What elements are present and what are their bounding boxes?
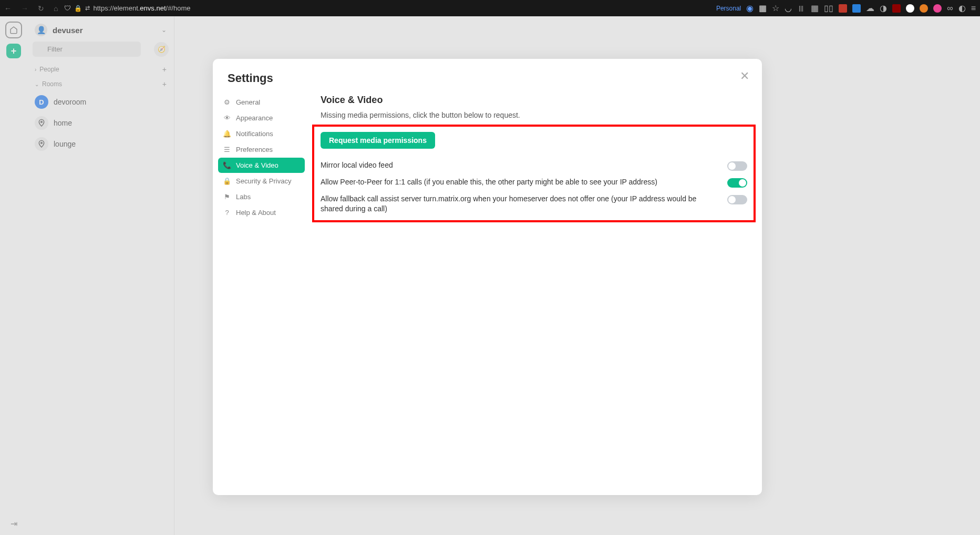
reload-icon[interactable]: ↻ (38, 4, 44, 13)
toggle-row: Allow Peer-to-Peer for 1:1 calls (if you… (321, 174, 747, 191)
ext-icon-3[interactable]: ☁ (866, 3, 874, 13)
toggle-label: Allow fallback call assist server turn.m… (321, 194, 717, 214)
nav-security[interactable]: 🔒 Security & Privacy (218, 173, 305, 189)
sliders-icon: ☰ (223, 146, 231, 153)
lock-icon: 🔒 (223, 177, 231, 185)
ext-icon-5[interactable]: ∞ (947, 4, 953, 13)
ext-icon-s[interactable] (852, 4, 861, 13)
nav-label: Appearance (236, 114, 273, 122)
nav-labs[interactable]: ⚑ Labs (218, 189, 305, 204)
container-label[interactable]: Personal (716, 5, 741, 12)
toggle-label: Mirror local video feed (321, 160, 717, 170)
nav-preferences[interactable]: ☰ Preferences (218, 142, 305, 157)
nav-label: Security & Privacy (236, 177, 291, 185)
mirror-video-toggle[interactable] (727, 161, 747, 171)
flag-icon: ⚑ (223, 193, 231, 201)
bell-icon: 🔔 (223, 130, 231, 138)
grid-icon[interactable]: ▦ (759, 3, 767, 13)
library-icon[interactable]: ⫼ (797, 4, 806, 13)
nav-appearance[interactable]: 👁 Appearance (218, 110, 305, 126)
p2p-toggle[interactable] (727, 178, 747, 188)
nav-label: Notifications (236, 130, 273, 138)
permission-icon[interactable]: ⇄ (85, 5, 90, 12)
ext-icon-uo[interactable] (892, 4, 901, 13)
settings-body: Voice & Video Missing media permissions,… (305, 89, 762, 495)
toggle-label: Allow Peer-to-Peer for 1:1 calls (if you… (321, 177, 717, 187)
phone-icon: 📞 (223, 161, 231, 169)
nav-help[interactable]: ? Help & About (218, 205, 305, 220)
ext-icon-pink[interactable] (933, 4, 942, 13)
ext-icon-orange[interactable] (920, 4, 928, 13)
ext-icon-4[interactable]: ◑ (880, 3, 887, 13)
missing-permissions-text: Missing media permissions, click the but… (321, 111, 746, 119)
toggle-row: Allow fallback call assist server turn.m… (321, 191, 747, 217)
gear-icon: ⚙ (223, 98, 231, 106)
pocket-icon[interactable]: ◡ (785, 3, 792, 13)
settings-nav: ⚙ General 👁 Appearance 🔔 Notifications ☰… (213, 89, 305, 495)
settings-dialog: ✕ Settings ⚙ General 👁 Appearance 🔔 Noti… (213, 59, 762, 495)
toggle-row: Mirror local video feed (321, 157, 747, 174)
nav-label: Help & About (236, 209, 276, 217)
nav-label: General (236, 98, 260, 106)
help-icon: ? (223, 209, 231, 217)
nav-notifications[interactable]: 🔔 Notifications (218, 126, 305, 141)
shield-icon[interactable]: 🛡 (64, 4, 71, 12)
request-permissions-button[interactable]: Request media permissions (321, 132, 435, 149)
nav-label: Labs (236, 193, 251, 201)
fingerprint-icon[interactable]: ◉ (746, 3, 754, 13)
fallback-assist-toggle[interactable] (727, 195, 747, 204)
home-icon[interactable]: ⌂ (54, 4, 58, 13)
browser-toolbar: ← → ↻ ⌂ 🛡 🔒 ⇄ https://element.envs.net/#… (0, 0, 980, 16)
nav-general[interactable]: ⚙ General (218, 95, 305, 110)
nav-voice-video[interactable]: 📞 Voice & Video (218, 158, 305, 173)
ext-icon-circle[interactable] (906, 4, 914, 13)
eye-icon: 👁 (223, 114, 231, 122)
ext-icon-2[interactable]: ▯▯ (824, 3, 833, 13)
forward-icon[interactable]: → (21, 4, 28, 13)
lock-icon[interactable]: 🔒 (74, 5, 82, 12)
ext-icon-1[interactable]: ▦ (811, 3, 819, 13)
close-button[interactable]: ✕ (740, 69, 749, 83)
star-icon[interactable]: ☆ (772, 3, 779, 13)
nav-label: Preferences (236, 146, 273, 153)
ext-icon-hd[interactable] (839, 4, 847, 13)
nav-label: Voice & Video (236, 161, 278, 169)
hamburger-icon[interactable]: ≡ (971, 4, 976, 13)
dialog-title: Settings (228, 71, 747, 85)
ext-icon-6[interactable]: ◐ (958, 3, 966, 13)
section-heading: Voice & Video (321, 95, 746, 106)
highlight-annotation: Request media permissions Mirror local v… (312, 125, 756, 222)
back-icon[interactable]: ← (4, 4, 12, 13)
url-bar[interactable]: 🛡 🔒 ⇄ https://element.envs.net/#/home (64, 4, 709, 12)
